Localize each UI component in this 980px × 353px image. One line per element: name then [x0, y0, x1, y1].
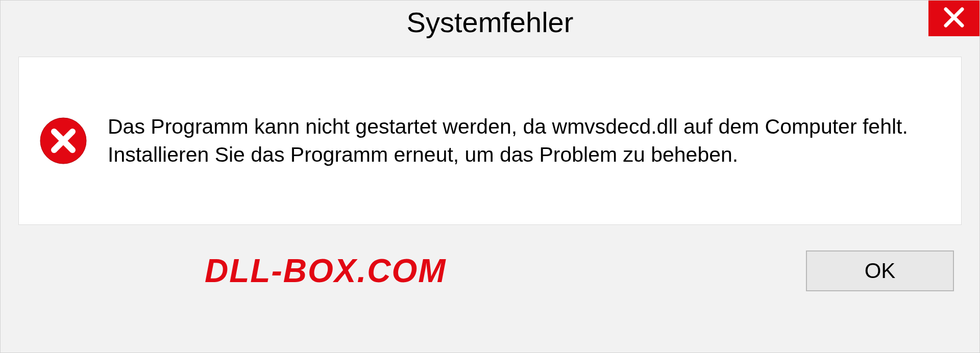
error-icon	[39, 117, 87, 165]
close-icon	[943, 6, 965, 31]
dialog-title: Systemfehler	[407, 6, 574, 39]
ok-button[interactable]: OK	[806, 250, 954, 291]
error-message: Das Programm kann nicht gestartet werden…	[108, 113, 941, 169]
content-area: Das Programm kann nicht gestartet werden…	[18, 57, 962, 225]
watermark-text: DLL-BOX.COM	[205, 252, 447, 290]
close-button[interactable]	[928, 1, 979, 36]
title-bar: Systemfehler	[1, 1, 979, 46]
footer: DLL-BOX.COM OK	[1, 250, 979, 291]
